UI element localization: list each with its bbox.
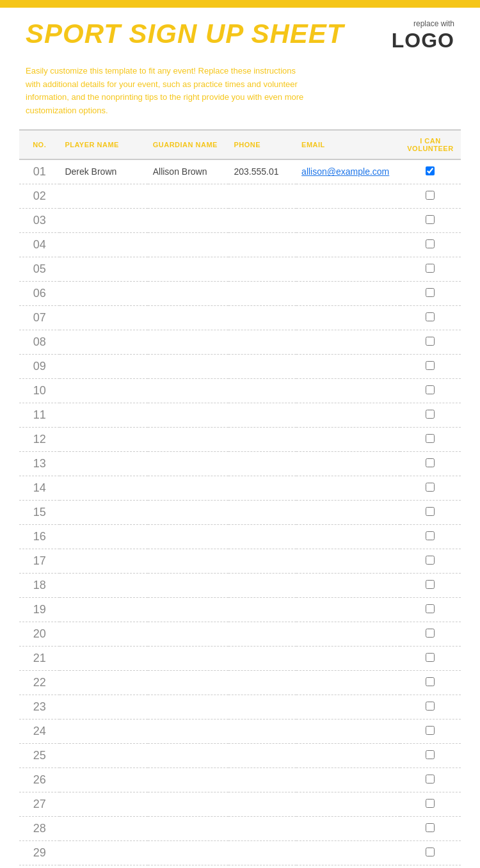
logo-area: replace with LOGO (392, 19, 454, 53)
row-volunteer-checkbox[interactable] (400, 257, 461, 281)
row-volunteer-checkbox[interactable] (400, 524, 461, 549)
row-volunteer-checkbox[interactable] (400, 427, 461, 451)
row-player-name (60, 305, 147, 330)
col-header-volunteer: I CAN VOLUNTEER (400, 130, 461, 159)
table-row: 23 (19, 695, 461, 719)
row-email (296, 792, 400, 816)
row-phone (228, 768, 296, 792)
row-number: 06 (19, 281, 60, 305)
row-guardian-name (148, 573, 229, 597)
row-volunteer-checkbox[interactable] (400, 792, 461, 816)
row-number: 08 (19, 330, 60, 354)
row-volunteer-checkbox[interactable] (400, 573, 461, 597)
row-volunteer-checkbox[interactable] (400, 184, 461, 208)
row-guardian-name (148, 330, 229, 354)
row-volunteer-checkbox[interactable] (400, 646, 461, 670)
row-volunteer-checkbox[interactable] (400, 622, 461, 646)
row-email (296, 427, 400, 451)
row-phone (228, 208, 296, 232)
row-number: 30 (19, 865, 60, 868)
row-volunteer-checkbox[interactable] (400, 281, 461, 305)
row-guardian-name (148, 549, 229, 573)
row-number: 16 (19, 524, 60, 549)
row-guardian-name (148, 840, 229, 865)
row-player-name (60, 330, 147, 354)
table-row: 01Derek BrownAllison Brown203.555.01alli… (19, 159, 461, 184)
row-email (296, 695, 400, 719)
row-email (296, 184, 400, 208)
row-volunteer-checkbox[interactable] (400, 695, 461, 719)
row-email (296, 281, 400, 305)
table-row: 28 (19, 816, 461, 840)
row-player-name (60, 865, 147, 868)
row-player-name (60, 232, 147, 257)
table-row: 12 (19, 427, 461, 451)
row-phone (228, 573, 296, 597)
row-number: 20 (19, 622, 60, 646)
row-player-name (60, 354, 147, 378)
row-volunteer-checkbox[interactable] (400, 403, 461, 427)
row-number: 01 (19, 159, 60, 184)
signup-table-container: NO. PLAYER NAME GUARDIAN NAME PHONE EMAI… (0, 129, 480, 868)
table-row: 08 (19, 330, 461, 354)
row-guardian-name: Allison Brown (148, 159, 229, 184)
table-row: 07 (19, 305, 461, 330)
row-guardian-name (148, 670, 229, 695)
row-volunteer-checkbox[interactable] (400, 305, 461, 330)
row-number: 09 (19, 354, 60, 378)
row-email (296, 840, 400, 865)
row-player-name (60, 451, 147, 476)
table-row: 29 (19, 840, 461, 865)
row-volunteer-checkbox[interactable] (400, 451, 461, 476)
row-volunteer-checkbox[interactable] (400, 159, 461, 184)
row-email (296, 524, 400, 549)
row-volunteer-checkbox[interactable] (400, 330, 461, 354)
row-guardian-name (148, 427, 229, 451)
row-guardian-name (148, 184, 229, 208)
table-header-row: NO. PLAYER NAME GUARDIAN NAME PHONE EMAI… (19, 130, 461, 159)
table-row: 13 (19, 451, 461, 476)
table-row: 05 (19, 257, 461, 281)
row-player-name (60, 792, 147, 816)
row-player-name (60, 184, 147, 208)
row-number: 11 (19, 403, 60, 427)
row-volunteer-checkbox[interactable] (400, 597, 461, 622)
table-row: 02 (19, 184, 461, 208)
row-volunteer-checkbox[interactable] (400, 816, 461, 840)
row-volunteer-checkbox[interactable] (400, 768, 461, 792)
row-player-name (60, 573, 147, 597)
row-volunteer-checkbox[interactable] (400, 840, 461, 865)
row-volunteer-checkbox[interactable] (400, 865, 461, 868)
table-row: 17 (19, 549, 461, 573)
row-volunteer-checkbox[interactable] (400, 549, 461, 573)
row-volunteer-checkbox[interactable] (400, 476, 461, 500)
table-row: 14 (19, 476, 461, 500)
row-email[interactable]: allison@example.com (296, 159, 400, 184)
row-email (296, 208, 400, 232)
row-volunteer-checkbox[interactable] (400, 232, 461, 257)
row-number: 29 (19, 840, 60, 865)
row-volunteer-checkbox[interactable] (400, 719, 461, 743)
row-volunteer-checkbox[interactable] (400, 354, 461, 378)
row-volunteer-checkbox[interactable] (400, 208, 461, 232)
table-row: 16 (19, 524, 461, 549)
row-phone (228, 281, 296, 305)
row-number: 02 (19, 184, 60, 208)
col-header-player: PLAYER NAME (60, 130, 147, 159)
row-number: 14 (19, 476, 60, 500)
row-number: 07 (19, 305, 60, 330)
row-guardian-name (148, 305, 229, 330)
row-volunteer-checkbox[interactable] (400, 670, 461, 695)
row-phone (228, 378, 296, 403)
row-phone (228, 670, 296, 695)
row-number: 22 (19, 670, 60, 695)
col-header-email: EMAIL (296, 130, 400, 159)
row-volunteer-checkbox[interactable] (400, 743, 461, 768)
row-volunteer-checkbox[interactable] (400, 500, 461, 524)
row-guardian-name (148, 743, 229, 768)
row-guardian-name (148, 695, 229, 719)
row-volunteer-checkbox[interactable] (400, 378, 461, 403)
row-email (296, 500, 400, 524)
row-email (296, 573, 400, 597)
row-number: 27 (19, 792, 60, 816)
